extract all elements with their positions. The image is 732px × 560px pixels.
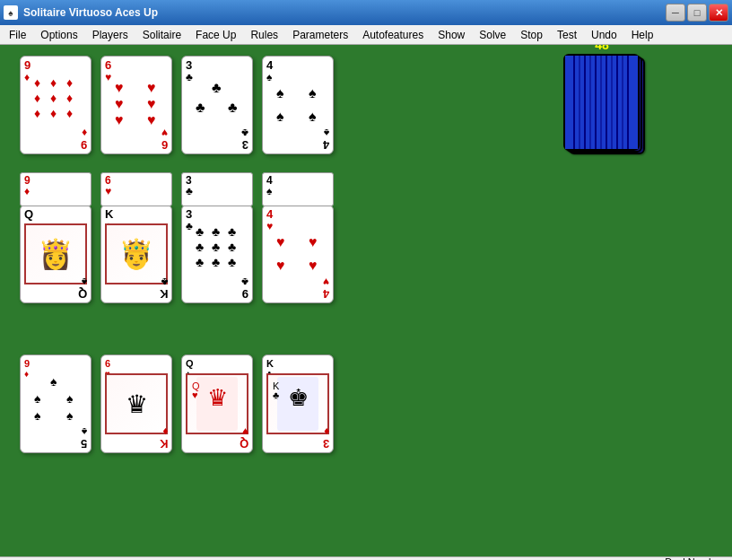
- card-peek-9d: 9 ♦: [20, 172, 92, 206]
- svg-text:♦: ♦: [66, 106, 73, 120]
- svg-text:♠: ♠: [66, 391, 74, 406]
- svg-text:♣: ♣: [212, 80, 222, 95]
- svg-text:♣: ♣: [212, 240, 220, 254]
- card-3c-row1[interactable]: 3 ♣ ♣ ♣ ♣ 3 ♣: [181, 56, 253, 154]
- svg-text:♣: ♣: [196, 224, 204, 239]
- svg-text:♦: ♦: [50, 75, 57, 90]
- card-9d-row1[interactable]: 9 ♦ ♦ ♦ ♦ ♦ ♦ ♦ ♦ ♦ ♦ 9 ♦: [20, 56, 92, 154]
- card-6h-row1[interactable]: 6 ♥ ♥ ♥ ♥ ♥ ♥ ♥ 6 ♥: [100, 56, 172, 154]
- menu-help[interactable]: Help: [624, 25, 661, 45]
- svg-text:♣: ♣: [212, 255, 220, 269]
- menu-stop[interactable]: Stop: [513, 25, 550, 45]
- svg-text:♥: ♥: [192, 389, 198, 400]
- svg-text:♥: ♥: [115, 112, 124, 127]
- menu-test[interactable]: Test: [550, 25, 584, 45]
- deck-card-back: [563, 54, 640, 151]
- svg-text:♠: ♠: [34, 391, 41, 406]
- card-peek-4s: 4 ♠: [262, 172, 334, 206]
- game-area: 48 9: [0, 45, 732, 556]
- menu-options[interactable]: Options: [33, 25, 84, 45]
- card-qs-row2[interactable]: Q ♠ 👸 Q ♠: [20, 205, 92, 303]
- svg-text:♣: ♣: [228, 255, 236, 269]
- svg-text:♦: ♦: [34, 91, 40, 105]
- svg-text:♚: ♚: [288, 384, 309, 411]
- menu-undo[interactable]: Undo: [584, 25, 624, 45]
- svg-text:♠: ♠: [34, 408, 41, 423]
- menu-players[interactable]: Players: [85, 25, 135, 45]
- svg-text:♥: ♥: [115, 80, 124, 95]
- svg-text:♣: ♣: [212, 224, 220, 239]
- svg-text:♥: ♥: [147, 96, 156, 111]
- svg-text:♠: ♠: [50, 374, 57, 389]
- card-4h-row2[interactable]: 4 ♥ ♥ ♥ ♥ ♥ 4 ♥: [262, 205, 334, 303]
- svg-text:♦: ♦: [66, 91, 73, 105]
- status-bar: Deal Number 62125: [0, 556, 732, 560]
- svg-text:♦: ♦: [34, 106, 40, 120]
- svg-text:♣: ♣: [273, 389, 279, 400]
- card-4s-row1[interactable]: 4 ♠ ♠ ♠ ♠ ♠ 4 ♠: [262, 56, 334, 154]
- svg-text:♥: ♥: [147, 112, 156, 127]
- svg-text:♥: ♥: [276, 258, 285, 273]
- svg-text:♠: ♠: [309, 85, 317, 101]
- app-icon: ♠: [4, 5, 18, 20]
- card-9c-row2[interactable]: 3 ♣ ♣ ♣ ♣ ♣ ♣ ♣ ♣ ♣ ♣ 9 ♣: [181, 205, 253, 303]
- svg-text:♣: ♣: [228, 224, 236, 239]
- card-kc-row2[interactable]: K ♣ 🤴 K ♣: [100, 205, 172, 303]
- title-bar: ♠ Solitaire Virtuoso Aces Up ─ □ ✕: [0, 0, 732, 25]
- svg-text:♣: ♣: [196, 100, 205, 115]
- title-bar-text: Solitaire Virtuoso Aces Up: [23, 6, 158, 19]
- menu-file[interactable]: File: [2, 25, 33, 45]
- menu-autofeatures[interactable]: Autofeatures: [355, 25, 431, 45]
- card-5s-row3[interactable]: 9 ♦ ♠ ♠ ♠ ♠ ♠ 5 ♠: [20, 354, 92, 453]
- svg-text:♣: ♣: [196, 255, 204, 269]
- svg-text:♥: ♥: [115, 96, 124, 111]
- deck-count: 48: [595, 45, 609, 52]
- menu-show[interactable]: Show: [431, 25, 472, 45]
- svg-text:♦: ♦: [50, 106, 57, 120]
- card-kd-row3[interactable]: 6 ♥ ♛ K ♦: [100, 354, 172, 453]
- window-controls: ─ □ ✕: [666, 4, 728, 22]
- svg-text:♠: ♠: [309, 109, 317, 124]
- card-kc-row3[interactable]: K ♣ ♚ K ♣ 3 ♦: [262, 354, 334, 453]
- svg-text:♣: ♣: [228, 240, 236, 254]
- svg-text:♥: ♥: [309, 234, 318, 249]
- deck-pile[interactable]: 48: [562, 54, 642, 153]
- svg-text:♠: ♠: [66, 408, 74, 423]
- menu-rules[interactable]: Rules: [243, 25, 285, 45]
- menu-parameters[interactable]: Parameters: [285, 25, 355, 45]
- svg-text:♦: ♦: [34, 75, 40, 90]
- minimize-button[interactable]: ─: [666, 4, 685, 22]
- menu-bar: File Options Players Solitaire Face Up R…: [0, 25, 732, 45]
- svg-text:♛: ♛: [207, 384, 228, 411]
- close-button[interactable]: ✕: [709, 4, 728, 22]
- svg-text:♠: ♠: [276, 109, 284, 124]
- svg-text:♥: ♥: [309, 258, 318, 273]
- svg-text:♥: ♥: [276, 234, 285, 249]
- svg-text:♦: ♦: [50, 91, 57, 105]
- menu-solitaire[interactable]: Solitaire: [135, 25, 188, 45]
- svg-text:♦: ♦: [66, 75, 73, 90]
- card-qh-row3[interactable]: Q ♠ ♛ Q ♥ Q ♥: [181, 354, 253, 453]
- card-peek-6h: 6 ♥: [100, 172, 172, 206]
- menu-solve[interactable]: Solve: [472, 25, 513, 45]
- card-peek-3c: 3 ♣: [181, 172, 253, 206]
- svg-text:♠: ♠: [276, 85, 284, 101]
- svg-text:♣: ♣: [196, 240, 204, 254]
- svg-text:♣: ♣: [228, 100, 238, 115]
- svg-text:♥: ♥: [147, 80, 156, 95]
- menu-faceup[interactable]: Face Up: [188, 25, 243, 45]
- maximize-button[interactable]: □: [687, 4, 707, 22]
